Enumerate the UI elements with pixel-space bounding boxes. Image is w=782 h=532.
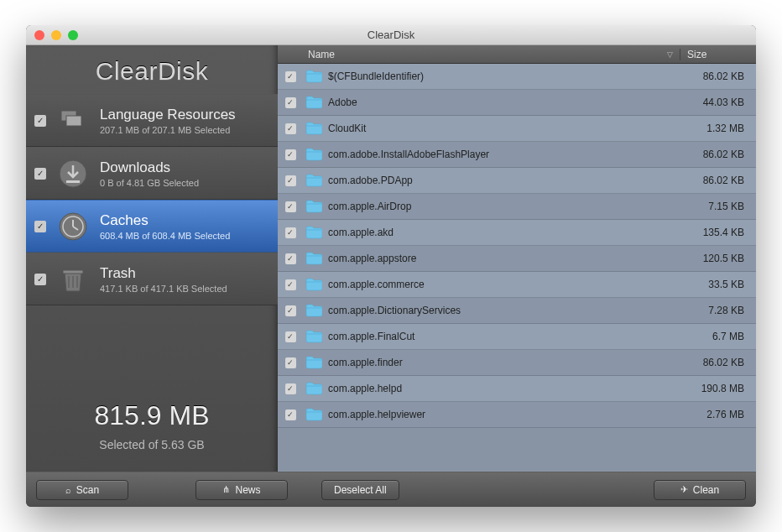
clock-icon <box>55 208 91 245</box>
row-checkbox[interactable]: ✓ <box>285 227 296 238</box>
category-name: Language Resources <box>100 107 236 123</box>
table-row[interactable]: ✓ com.apple.DictionaryServices 7.28 KB <box>278 298 756 324</box>
category-subtitle: 0 B of 4.81 GB Selected <box>100 178 199 188</box>
folder-icon <box>303 382 325 395</box>
footer-toolbar: ⌕ Scan ⋔ News Deselect All ✈ Clean <box>26 472 756 507</box>
row-checkbox[interactable]: ✓ <box>285 71 296 82</box>
minimize-window-button[interactable] <box>51 30 61 40</box>
folder-icon <box>303 122 325 135</box>
row-name: com.apple.akd <box>325 227 687 238</box>
folder-icon <box>303 408 325 421</box>
table-row[interactable]: ✓ Adobe 44.03 KB <box>278 90 756 116</box>
search-icon: ⌕ <box>65 485 71 495</box>
row-checkbox[interactable]: ✓ <box>285 201 296 212</box>
row-checkbox[interactable]: ✓ <box>285 279 296 290</box>
folder-icon <box>303 252 325 265</box>
category-checkbox[interactable]: ✓ <box>34 221 46 232</box>
row-size: 86.02 KB <box>687 357 756 368</box>
folder-icon <box>303 200 325 213</box>
sidebar-category-downloads[interactable]: ✓ Downloads 0 B of 4.81 GB Selected <box>26 147 278 200</box>
scan-button[interactable]: ⌕ Scan <box>36 480 128 500</box>
row-checkbox[interactable]: ✓ <box>285 305 296 316</box>
row-name: com.apple.finder <box>325 357 687 368</box>
news-button[interactable]: ⋔ News <box>196 480 288 500</box>
svg-rect-3 <box>66 180 80 183</box>
row-size: 190.8 MB <box>687 383 756 394</box>
category-subtitle: 608.4 MB of 608.4 MB Selected <box>100 231 230 241</box>
category-subtitle: 417.1 KB of 417.1 KB Selected <box>100 284 227 294</box>
row-checkbox[interactable]: ✓ <box>285 97 296 108</box>
table-row[interactable]: ✓ com.apple.commerce 33.5 KB <box>278 272 756 298</box>
download-icon <box>55 155 91 192</box>
row-checkbox[interactable]: ✓ <box>285 253 296 264</box>
row-name: com.apple.helpviewer <box>325 409 687 420</box>
window-title: ClearDisk <box>26 29 756 41</box>
table-row[interactable]: ✓ com.apple.FinalCut 6.7 MB <box>278 324 756 350</box>
row-size: 86.02 KB <box>687 149 756 160</box>
sidebar-category-language-resources[interactable]: ✓ Language Resources 207.1 MB of 207.1 M… <box>26 94 278 147</box>
column-header-name[interactable]: Name ▽ <box>303 49 680 60</box>
row-size: 44.03 KB <box>687 96 756 108</box>
clean-button[interactable]: ✈ Clean <box>654 480 746 500</box>
sidebar-category-caches[interactable]: ✓ Caches 608.4 MB of 608.4 MB Selected <box>26 200 278 253</box>
row-checkbox[interactable]: ✓ <box>285 331 296 342</box>
row-size: 120.5 KB <box>687 253 756 264</box>
broom-icon: ✈ <box>680 484 688 495</box>
folder-icon <box>303 330 325 343</box>
table-row[interactable]: ✓ com.apple.finder 86.02 KB <box>278 350 756 376</box>
close-window-button[interactable] <box>34 30 44 40</box>
category-checkbox[interactable]: ✓ <box>34 115 46 127</box>
category-checkbox[interactable]: ✓ <box>34 168 46 180</box>
row-size: 7.28 KB <box>687 305 756 316</box>
sidebar-category-trash[interactable]: ✓ Trash 417.1 KB of 417.1 KB Selected <box>26 253 278 305</box>
folder-icon <box>303 70 325 83</box>
row-size: 6.7 MB <box>687 331 756 342</box>
row-name: com.apple.helpd <box>325 383 687 394</box>
table-row[interactable]: ✓ com.apple.helpd 190.8 MB <box>278 376 756 402</box>
row-checkbox[interactable]: ✓ <box>285 149 296 160</box>
table-row[interactable]: ✓ com.apple.helpviewer 2.76 MB <box>278 402 756 428</box>
table-body[interactable]: ✓ $(CFBundleIdentifier) 86.02 KB ✓ Adobe… <box>278 64 756 472</box>
table-row[interactable]: ✓ com.apple.AirDrop 7.15 KB <box>278 194 756 220</box>
folder-icon <box>303 226 325 239</box>
row-checkbox[interactable]: ✓ <box>285 409 296 420</box>
table-row[interactable]: ✓ com.adobe.InstallAdobeFlashPlayer 86.0… <box>278 142 756 168</box>
row-name: Adobe <box>325 96 687 108</box>
row-size: 7.15 KB <box>687 201 756 212</box>
row-size: 33.5 KB <box>687 279 756 290</box>
sidebar: ClearDisk ✓ Language Resources 207.1 MB … <box>26 45 278 472</box>
category-checkbox[interactable]: ✓ <box>34 274 46 285</box>
table-row[interactable]: ✓ CloudKit 1.32 MB <box>278 116 756 142</box>
folder-icon <box>303 174 325 187</box>
folder-icon <box>303 356 325 369</box>
table-row[interactable]: ✓ com.apple.akd 135.4 KB <box>278 220 756 246</box>
sort-indicator-icon: ▽ <box>667 50 673 59</box>
table-header: Name ▽ Size <box>278 45 756 64</box>
total-selected-size: 815.9 MB <box>26 400 278 431</box>
row-name: com.apple.FinalCut <box>325 331 687 342</box>
table-row[interactable]: ✓ com.adobe.PDApp 86.02 KB <box>278 168 756 194</box>
file-list-panel: Name ▽ Size ✓ $(CFBundleIdentifier) 86.0… <box>278 45 756 472</box>
row-checkbox[interactable]: ✓ <box>285 357 296 368</box>
deselect-all-button[interactable]: Deselect All <box>321 480 399 500</box>
zoom-window-button[interactable] <box>68 30 78 40</box>
folder-icon <box>303 278 325 291</box>
folder-icon <box>303 304 325 317</box>
selection-totals: 815.9 MB Selected of 5.63 GB <box>26 383 278 472</box>
trash-icon <box>55 261 91 298</box>
table-row[interactable]: ✓ $(CFBundleIdentifier) 86.02 KB <box>278 64 756 90</box>
app-window: ClearDisk ClearDisk ✓ Language Resources… <box>26 25 756 507</box>
svg-rect-1 <box>66 116 81 126</box>
row-name: com.apple.AirDrop <box>325 201 687 212</box>
app-brand: ClearDisk <box>26 45 278 94</box>
row-name: CloudKit <box>325 123 687 134</box>
rss-icon: ⋔ <box>222 484 230 495</box>
row-checkbox[interactable]: ✓ <box>285 383 296 394</box>
table-row[interactable]: ✓ com.apple.appstore 120.5 KB <box>278 246 756 272</box>
column-header-size[interactable]: Size <box>680 49 756 60</box>
row-checkbox[interactable]: ✓ <box>285 175 296 186</box>
row-size: 86.02 KB <box>687 70 756 82</box>
category-name: Downloads <box>100 159 199 176</box>
category-name: Caches <box>100 212 230 229</box>
row-checkbox[interactable]: ✓ <box>285 123 296 134</box>
